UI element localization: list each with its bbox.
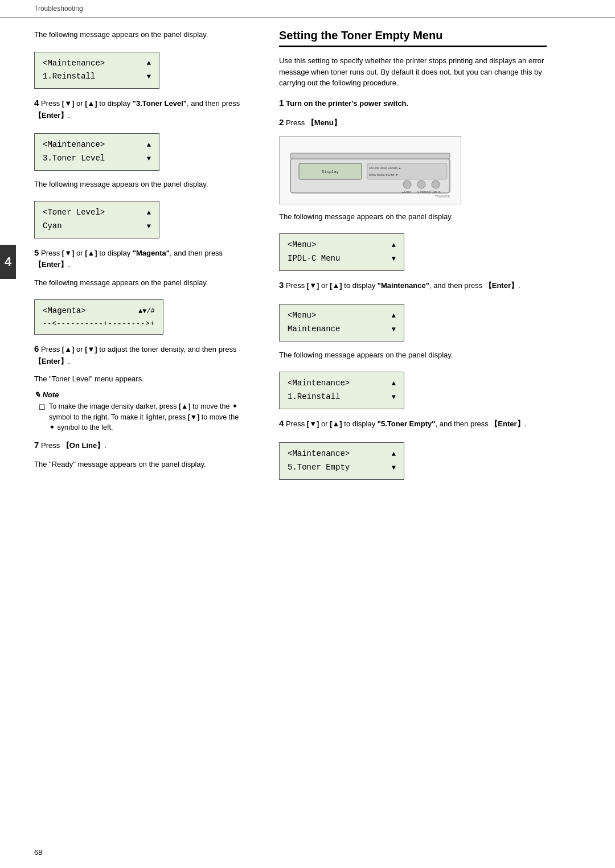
right-step-1-block: 1 Turn on the printer's power switch.: [279, 97, 547, 110]
step6-text: 6 Press [▲] or [▼] to adjust the toner d…: [34, 343, 245, 367]
lcd-menu2-icon1: ▲: [392, 310, 396, 322]
lcd3-line2: Cyan: [43, 220, 62, 233]
right-step4-text: 4 Press [▼] or [▲] to display "5.Toner E…: [279, 417, 547, 430]
right-step3-content: Press [▼] or [▲] to display "Maintenance…: [286, 281, 520, 290]
right-step1-content: Turn on the printer's power switch.: [286, 99, 408, 108]
lcd-maint1-line1: <Maintenance>: [288, 377, 350, 390]
lcd-display-3: <Toner Level> ▲ Cyan ▼: [34, 201, 159, 238]
lcd-maint-1: <Maintenance> ▲ 1.Reinstall ▼: [279, 372, 404, 409]
lcd2-line1: <Maintenance>: [43, 138, 105, 152]
lcd-menu-1: <Menu> ▲ IPDL-C Menu ▼: [279, 233, 404, 271]
note-checkbox: ☐: [39, 402, 46, 413]
right-intro: Use this setting to specify whether the …: [279, 55, 547, 89]
right-step1-text: 1 Turn on the printer's power switch.: [279, 97, 547, 110]
step5-text: 5 Press [▼] or [▲] to display "Magenta",…: [34, 246, 245, 270]
svg-text:▲Error: ▲Error: [401, 190, 411, 194]
lcd-menu2-icon2: ▼: [392, 324, 396, 335]
right-step2-text: 2 Press 【Menu】.: [279, 116, 547, 129]
step7-num: 7: [34, 440, 39, 450]
page: Troubleshooting 4 The following message …: [0, 0, 615, 868]
svg-point-5: [432, 180, 440, 188]
right-step3-text: 3 Press [▼] or [▲] to display "Maintenan…: [279, 279, 547, 292]
step7-content: Press 【On Line】.: [41, 441, 106, 450]
lcd-maint2-icon2: ▼: [392, 462, 396, 474]
note-block: ✎ Note ☐ To make the image density darke…: [34, 390, 245, 433]
right-step2-after: The following message appears on the pan…: [279, 211, 547, 223]
svg-text:⊕ Data In: ⊕ Data In: [428, 190, 441, 194]
lcd-menu-2: <Menu> ▲ Maintenance ▼: [279, 304, 404, 342]
lcd1-icon1: ▲: [147, 57, 151, 69]
printer-svg: Display On Line Reset Escape ▲ Menu Medi…: [285, 142, 456, 199]
svg-text:Display: Display: [322, 170, 338, 174]
printer-diagram: Display On Line Reset Escape ▲ Menu Medi…: [279, 136, 461, 204]
step5-after: The following message appears on the pan…: [34, 277, 245, 289]
right-step-4-block: 4 Press [▼] or [▲] to display "5.Toner E…: [279, 417, 547, 430]
step4-pre: Press [▼] or [▲] to display "3.Toner Lev…: [34, 99, 240, 120]
right-step1-num: 1: [279, 98, 284, 108]
note-item: ☐ To make the image density darker, pres…: [34, 401, 245, 433]
step5-content: Press [▼] or [▲] to display "Magenta", a…: [34, 249, 223, 269]
svg-point-4: [417, 180, 425, 188]
chapter-marker: 4: [0, 245, 16, 279]
step-7-block: 7 Press 【On Line】.: [34, 439, 245, 452]
left-column: The following message appears on the pan…: [17, 18, 262, 499]
lcd-menu1-line2: IPDL-C Menu: [288, 252, 340, 266]
lcd-maint2-line2: 5.Toner Empty: [288, 461, 350, 475]
lcd-maint1-icon1: ▲: [392, 378, 396, 389]
lcd3-icon1: ▲: [147, 207, 151, 219]
right-step2-content: Press 【Menu】.: [286, 118, 343, 127]
lcd-menu1-line1: <Menu>: [288, 238, 316, 252]
lcd-maint1-line2: 1.Reinstall: [288, 390, 340, 404]
right-step3-num: 3: [279, 280, 284, 290]
right-step-2-block: 2 Press 【Menu】.: [279, 116, 547, 129]
lcd3-line1: <Toner Level>: [43, 206, 105, 220]
content-area: The following message appears on the pan…: [0, 18, 615, 499]
lcd2-icon1: ▲: [147, 139, 151, 151]
section-title: Setting the Toner Empty Menu: [279, 29, 547, 47]
right-step4-num: 4: [279, 418, 284, 428]
lcd-display-4: <Magenta> ▲▼/# --<----------+-------->+: [34, 299, 163, 335]
note-title: ✎ Note: [34, 390, 245, 399]
lcd-maint2-icon1: ▲: [392, 449, 396, 460]
left-intro: The following message appears on the pan…: [34, 29, 245, 40]
step4-after: The following message appears on the pan…: [34, 179, 245, 190]
lcd2-line2: 3.Toner Level: [43, 152, 105, 166]
lcd-menu2-line1: <Menu>: [288, 309, 316, 323]
lcd1-line2: 1.Reinstall: [43, 70, 95, 84]
step-5-block: 5 Press [▼] or [▲] to display "Magenta",…: [34, 246, 245, 270]
lcd1-line1: <Maintenance>: [43, 57, 105, 71]
step-4-block: 4 Press [▼] or [▲] to display "3.Toner L…: [34, 97, 245, 121]
step7-after: The "Ready" message appears on the panel…: [34, 459, 245, 470]
svg-rect-12: [290, 153, 450, 159]
svg-text:Menu  Media  ✤Enter  ▼: Menu Media ✤Enter ▼: [369, 173, 398, 176]
svg-text:On Line  Reset  Escape  ▲: On Line Reset Escape ▲: [369, 166, 401, 170]
lcd1-icon2: ▼: [147, 71, 151, 83]
right-column: Setting the Toner Empty Menu Use this se…: [262, 18, 558, 499]
lcd4-line1: <Magenta>: [43, 305, 86, 318]
step6-after: The "Toner Level" menu appears.: [34, 373, 245, 385]
lcd-maint2-line1: <Maintenance>: [288, 447, 350, 461]
lcd4-line2: --<----------+-------->+: [43, 318, 155, 330]
lcd-display-2: <Maintenance> ▲ 3.Toner Level ▼: [34, 133, 159, 171]
svg-text:⊙ Power: ⊙ Power: [417, 190, 428, 194]
right-step3-after: The following message appears on the pan…: [279, 349, 547, 361]
note-text: To make the image density darker, press …: [49, 401, 245, 433]
header-label: Troubleshooting: [34, 5, 83, 13]
lcd-menu2-line2: Maintenance: [288, 323, 340, 336]
right-step2-num: 2: [279, 117, 284, 127]
step4-num: 4: [34, 98, 39, 108]
lcd-maint-2: <Maintenance> ▲ 5.Toner Empty ▼: [279, 442, 404, 480]
svg-text:TFWS020E: TFWS020E: [435, 195, 450, 198]
lcd4-icon1: ▲▼/#: [138, 306, 155, 317]
svg-point-6: [403, 180, 411, 188]
step6-content: Press [▲] or [▼] to adjust the toner den…: [34, 345, 236, 365]
header-bar: Troubleshooting: [0, 0, 615, 18]
right-step4-content: Press [▼] or [▲] to display "5.Toner Emp…: [286, 419, 526, 428]
right-step-3-block: 3 Press [▼] or [▲] to display "Maintenan…: [279, 279, 547, 292]
lcd-menu1-icon1: ▲: [392, 240, 396, 251]
step5-num: 5: [34, 248, 39, 257]
page-number: 68: [34, 848, 42, 857]
lcd-menu1-icon2: ▼: [392, 253, 396, 265]
step-6-block: 6 Press [▲] or [▼] to adjust the toner d…: [34, 343, 245, 367]
step4-text: 4 Press [▼] or [▲] to display "3.Toner L…: [34, 97, 245, 121]
